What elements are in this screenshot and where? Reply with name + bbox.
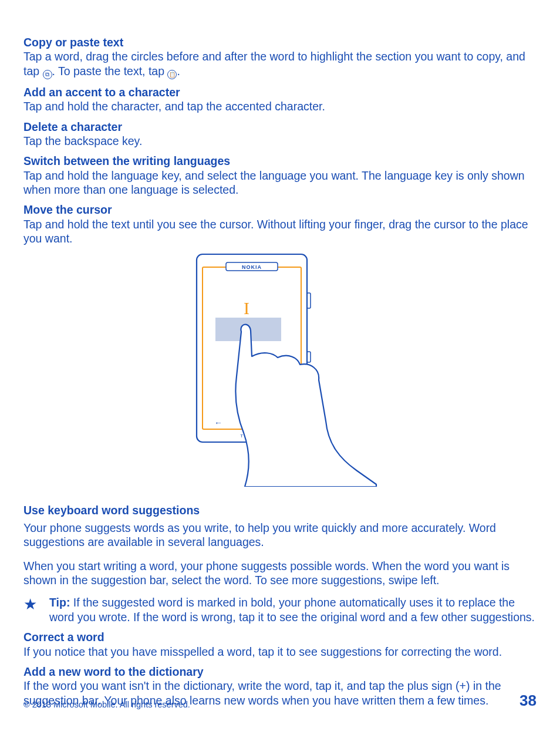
- tip-label: Tip:: [49, 596, 70, 609]
- svg-text:←: ←: [214, 418, 222, 427]
- suggestions-p1: Your phone suggests words as you write, …: [23, 521, 537, 550]
- footer: © 2013 Microsoft Mobile. All rights rese…: [23, 691, 537, 710]
- suggestions-p2: When you start writing a word, your phon…: [23, 559, 537, 588]
- body-copy-paste: Tap a word, drag the circles before and …: [23, 49, 537, 79]
- heading-delete: Delete a character: [23, 120, 537, 134]
- text-fragment: . To paste the text, tap: [52, 65, 168, 77]
- body-switch-lang: Tap and hold the language key, and selec…: [23, 169, 537, 197]
- heading-copy-paste: Copy or paste text: [23, 35, 537, 49]
- svg-text:I: I: [244, 298, 249, 318]
- body-move-cursor: Tap and hold the text until you see the …: [23, 217, 537, 246]
- brand-label: NOKIA: [242, 264, 262, 270]
- copy-icon: [43, 70, 52, 79]
- heading-add-word: Add a new word to the dictionary: [23, 665, 537, 679]
- page-number: 38: [519, 691, 537, 710]
- paste-icon: [167, 70, 177, 79]
- body-delete: Tap the backspace key.: [23, 134, 537, 148]
- body-correct: If you notice that you have misspelled a…: [23, 645, 537, 659]
- copyright: © 2013 Microsoft Mobile. All rights rese…: [23, 699, 190, 710]
- tip-text: Tip: If the suggested word is marked in …: [49, 595, 537, 624]
- heading-move-cursor: Move the cursor: [23, 203, 537, 217]
- phone-illustration: NOKIA ← T · ·Mobile· I: [180, 252, 380, 487]
- tip-body: If the suggested word is marked in bold,…: [49, 596, 535, 623]
- tip-row: ★ Tip: If the suggested word is marked i…: [23, 595, 537, 624]
- figure-container: NOKIA ← T · ·Mobile· I: [23, 252, 537, 487]
- text-fragment: .: [177, 65, 180, 77]
- heading-switch-lang: Switch between the writing languages: [23, 154, 537, 168]
- heading-suggestions: Use keyboard word suggestions: [23, 503, 537, 517]
- heading-correct: Correct a word: [23, 630, 537, 644]
- body-accent: Tap and hold the character, and tap the …: [23, 99, 537, 113]
- star-icon: ★: [23, 595, 49, 624]
- heading-accent: Add an accent to a character: [23, 85, 537, 99]
